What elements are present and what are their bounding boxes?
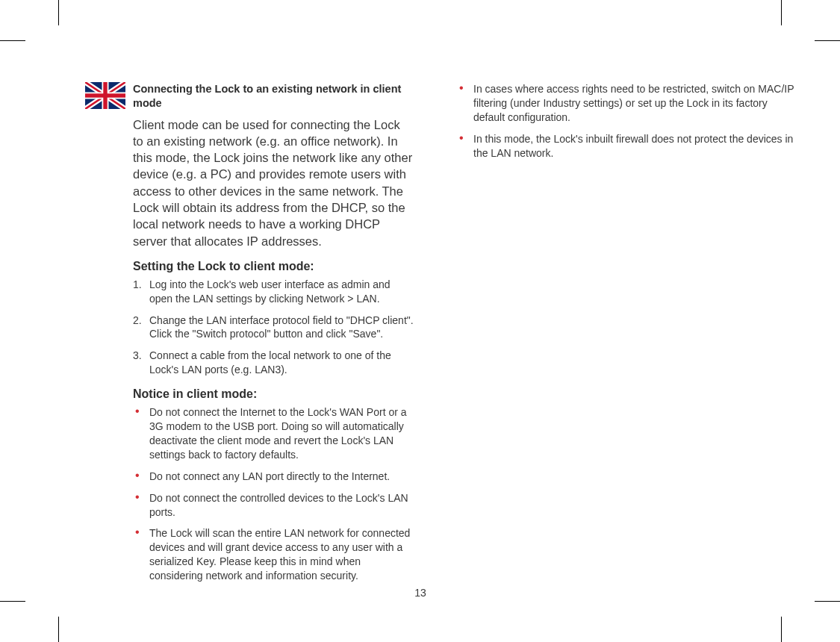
notice-list: Do not connect the Internet to the Lock'… — [133, 405, 414, 583]
column-left: Connecting the Lock to an existing netwo… — [85, 82, 414, 590]
crop-mark — [815, 40, 840, 41]
steps-list: Log into the Lock's web user interface a… — [133, 278, 414, 377]
subheading-setting: Setting the Lock to client mode: — [133, 260, 414, 273]
section-header: Connecting the Lock to an existing netwo… — [85, 82, 414, 110]
step-item: Connect a cable from the local network t… — [133, 349, 414, 377]
list-item: Do not connect the controlled devices to… — [133, 491, 414, 520]
crop-mark — [781, 0, 782, 25]
content-columns: Connecting the Lock to an existing netwo… — [85, 82, 780, 590]
page: Connecting the Lock to an existing netwo… — [58, 40, 783, 602]
crop-mark — [58, 0, 59, 25]
crop-mark — [58, 617, 59, 642]
crop-mark — [781, 617, 782, 642]
list-item: The Lock will scan the entire LAN networ… — [133, 526, 414, 583]
crop-mark — [0, 40, 25, 41]
uk-flag-icon — [85, 82, 125, 109]
notice-list-continued: In cases where access rights need to be … — [457, 82, 800, 160]
crop-mark — [0, 601, 25, 602]
intro-paragraph: Client mode can be used for connecting t… — [133, 116, 414, 249]
section-title: Connecting the Lock to an existing netwo… — [133, 82, 414, 110]
list-item: Do not connect the Internet to the Lock'… — [133, 405, 414, 462]
page-number: 13 — [58, 587, 783, 599]
column-right: In cases where access rights need to be … — [457, 82, 800, 590]
svg-rect-4 — [85, 93, 125, 97]
list-item: In this mode, the Lock's inbuilt firewal… — [457, 132, 800, 160]
step-item: Change the LAN interface protocol field … — [133, 314, 414, 342]
list-item: Do not connect any LAN port directly to … — [133, 470, 414, 484]
list-item: In cases where access rights need to be … — [457, 82, 800, 125]
indented-content: Client mode can be used for connecting t… — [133, 116, 414, 583]
step-item: Log into the Lock's web user interface a… — [133, 278, 414, 306]
subheading-notice: Notice in client mode: — [133, 387, 414, 401]
crop-mark — [815, 601, 840, 602]
